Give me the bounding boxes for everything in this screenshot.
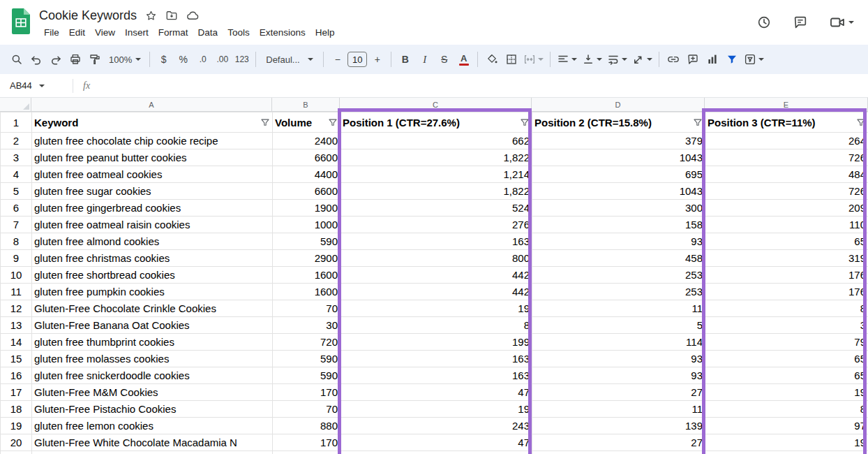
cell-position2[interactable]: 158: [532, 217, 705, 233]
paint-format-button[interactable]: [85, 50, 104, 69]
cell-keyword[interactable]: Gluten-Free Chocolate Crinkle Cookies: [32, 300, 273, 317]
cell-volume[interactable]: 1000: [273, 217, 341, 233]
column-header-a[interactable]: A: [31, 98, 272, 112]
text-rotation-button[interactable]: [630, 50, 654, 69]
cell-keyword[interactable]: gluten free gingerbread cookies: [32, 200, 273, 217]
cell-position2[interactable]: 93: [532, 367, 705, 384]
header-cell-position2[interactable]: Position 2 (CTR=15.8%): [532, 112, 705, 133]
cell-position1[interactable]: 47: [341, 434, 532, 451]
cell-position2[interactable]: 11: [532, 401, 705, 418]
cell-position3[interactable]: 19: [705, 384, 868, 401]
row-number[interactable]: 1: [1, 112, 32, 133]
cell-keyword[interactable]: Gluten-Free Pistachio Cookies: [32, 401, 273, 418]
cell-position3[interactable]: 726: [705, 149, 868, 166]
cell-position2[interactable]: 253: [532, 267, 705, 284]
cell-position3[interactable]: 176: [705, 284, 868, 300]
cell-position3[interactable]: 110: [705, 217, 868, 233]
strikethrough-button[interactable]: S: [435, 50, 454, 69]
fill-color-button[interactable]: [482, 50, 501, 69]
cell-volume[interactable]: 170: [273, 434, 341, 451]
insert-link-button[interactable]: [664, 50, 682, 69]
row-number[interactable]: 17: [1, 384, 32, 401]
header-cell-keyword[interactable]: Keyword: [32, 112, 273, 133]
cell-volume[interactable]: 590: [273, 351, 341, 367]
menu-help[interactable]: Help: [310, 26, 340, 39]
insert-comment-button[interactable]: [683, 50, 702, 69]
cell-keyword[interactable]: Gluten-Free Banana Oat Cookies: [32, 317, 273, 334]
cell-position1[interactable]: 163: [341, 351, 532, 367]
cell-volume[interactable]: 1900: [273, 200, 341, 217]
cell-volume[interactable]: 4400: [273, 166, 341, 183]
cell-keyword[interactable]: gluten free thumbprint cookies: [32, 334, 273, 351]
row-number[interactable]: 3: [1, 149, 32, 166]
merge-cells-button[interactable]: [521, 50, 546, 69]
cell-volume[interactable]: 30: [273, 317, 341, 334]
menu-format[interactable]: Format: [154, 26, 193, 39]
column-header-c[interactable]: C: [340, 98, 532, 112]
cell-keyword[interactable]: gluten free shortbread cookies: [32, 267, 273, 284]
cell-position2[interactable]: 5: [532, 317, 705, 334]
cell-volume[interactable]: 1600: [273, 284, 341, 300]
filter-funnel-icon[interactable]: [260, 117, 270, 127]
cell-keyword[interactable]: gluten free sugar cookies: [32, 183, 273, 200]
italic-button[interactable]: I: [415, 50, 434, 69]
row-number[interactable]: 12: [1, 300, 32, 317]
menu-insert[interactable]: Insert: [120, 26, 154, 39]
cell-volume[interactable]: 590: [273, 367, 341, 384]
filter-funnel-icon[interactable]: [520, 117, 530, 127]
cell-position1[interactable]: 800: [341, 250, 532, 267]
empty-cell[interactable]: [705, 451, 868, 454]
cell-keyword[interactable]: Gluten-Free White Chocolate Macadamia N: [32, 434, 273, 451]
column-header-d[interactable]: D: [532, 98, 705, 112]
vertical-align-button[interactable]: [580, 50, 604, 69]
cell-keyword[interactable]: gluten free peanut butter cookies: [32, 149, 273, 166]
cell-position2[interactable]: 93: [532, 233, 705, 250]
cell-position2[interactable]: 139: [532, 418, 705, 434]
comments-icon[interactable]: [793, 15, 808, 30]
sheets-logo-icon[interactable]: [11, 8, 31, 37]
row-number[interactable]: 15: [1, 351, 32, 367]
cell-position3[interactable]: 209: [705, 200, 868, 217]
column-header-e[interactable]: E: [705, 98, 868, 112]
cell-position2[interactable]: 11: [532, 300, 705, 317]
move-folder-icon[interactable]: [165, 9, 178, 22]
row-number[interactable]: 4: [1, 166, 32, 183]
row-number[interactable]: 10: [1, 267, 32, 284]
header-cell-volume[interactable]: Volume: [273, 112, 341, 133]
column-header-b[interactable]: B: [272, 98, 340, 112]
horizontal-align-button[interactable]: [555, 50, 579, 69]
row-number[interactable]: 5: [1, 183, 32, 200]
cell-keyword[interactable]: gluten free oatmeal cookies: [32, 166, 273, 183]
cell-position3[interactable]: 79: [705, 334, 868, 351]
increase-font-size-button[interactable]: +: [368, 50, 387, 69]
empty-cell[interactable]: [273, 451, 341, 454]
select-all-corner[interactable]: [0, 98, 31, 112]
row-number[interactable]: 20: [1, 434, 32, 451]
cell-position3[interactable]: 176: [705, 267, 868, 284]
borders-button[interactable]: [502, 50, 521, 69]
cell-position1[interactable]: 442: [341, 267, 532, 284]
cell-position1[interactable]: 163: [341, 233, 532, 250]
cloud-status-icon[interactable]: [186, 9, 200, 22]
cell-position3[interactable]: 319: [705, 250, 868, 267]
decrease-font-size-button[interactable]: −: [328, 50, 347, 69]
cell-position2[interactable]: 300: [532, 200, 705, 217]
cell-volume[interactable]: 170: [273, 384, 341, 401]
insert-chart-button[interactable]: [703, 50, 721, 69]
cell-volume[interactable]: 2900: [273, 250, 341, 267]
cell-position1[interactable]: 276: [341, 217, 532, 233]
cell-position2[interactable]: 379: [532, 133, 705, 149]
cell-position2[interactable]: 27: [532, 434, 705, 451]
row-number[interactable]: 16: [1, 367, 32, 384]
cell-position1[interactable]: 1,214: [341, 166, 532, 183]
document-title[interactable]: Cookie Keywords: [39, 8, 137, 23]
menu-edit[interactable]: Edit: [64, 26, 90, 39]
row-number[interactable]: 6: [1, 200, 32, 217]
redo-button[interactable]: [46, 50, 65, 69]
font-size-input[interactable]: 10: [347, 52, 367, 67]
empty-cell[interactable]: [341, 451, 532, 454]
name-box[interactable]: AB44: [0, 80, 67, 91]
menu-data[interactable]: Data: [193, 26, 223, 39]
decrease-decimal-button[interactable]: .0: [193, 50, 212, 69]
cell-position2[interactable]: 93: [532, 351, 705, 367]
